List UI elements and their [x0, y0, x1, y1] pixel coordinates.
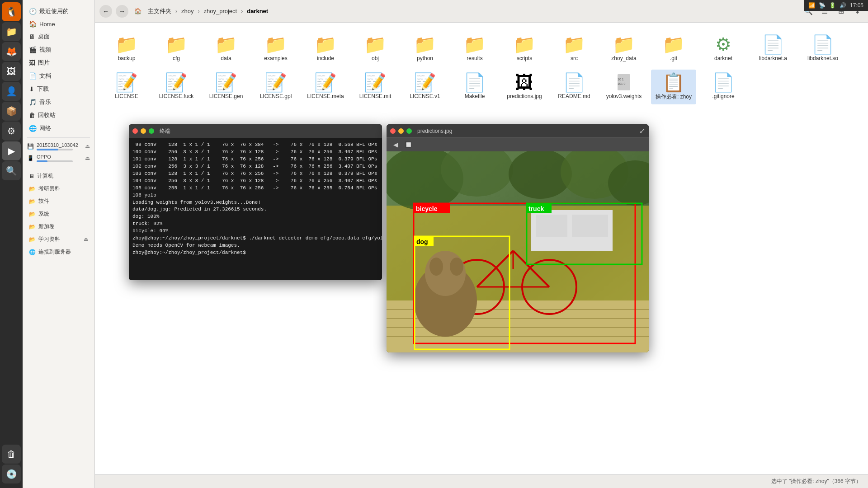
- image-body: bicycle dog truck: [387, 151, 649, 352]
- doc-icon: 📝: [314, 73, 337, 91]
- left-panel-system[interactable]: 📂系统: [24, 208, 93, 220]
- left-panel-trash[interactable]: 🗑 回收站: [24, 109, 93, 122]
- file-obj[interactable]: 📁 obj: [353, 32, 398, 65]
- sidebar-files[interactable]: 📁: [2, 22, 21, 41]
- doc-icon: 📝: [165, 73, 188, 91]
- file-makefile[interactable]: 📄 Makefile: [452, 70, 497, 104]
- breadcrumb-darknet[interactable]: darknet: [245, 6, 270, 16]
- file-license-meta[interactable]: 📝 LICENSE.meta: [303, 70, 348, 104]
- image-close-button[interactable]: [390, 128, 396, 134]
- folder-icon: 📁: [563, 35, 585, 53]
- statusbar: 选中了 "操作必看: zhoy"（366 字节）: [95, 474, 868, 488]
- terminal-min-button[interactable]: [141, 128, 146, 134]
- terminal-window: 终端 99 conv 128 1 x 1 / 1 76 x 76 x 384 -…: [129, 124, 382, 280]
- file-license-fuck[interactable]: 📝 LICENSE.fuck: [154, 70, 199, 104]
- drive-1-eject[interactable]: ⏏: [85, 143, 90, 150]
- file-zhoy-data[interactable]: 📁 zhoy_data: [601, 32, 646, 65]
- file-notes[interactable]: 📋 操作必看: zhoy: [651, 70, 696, 104]
- svg-rect-16: [536, 215, 567, 237]
- sidebar-firefox[interactable]: 🦊: [2, 42, 21, 61]
- image-title: predictions.jpg: [417, 128, 452, 134]
- image-max-button[interactable]: [406, 128, 412, 134]
- file-include[interactable]: 📁 include: [303, 32, 348, 65]
- drive-1[interactable]: 💾 20150310_103042 ⏏: [23, 141, 94, 152]
- nav-back-button[interactable]: ←: [99, 5, 112, 18]
- breadcrumb-zhoy[interactable]: zhoy: [179, 6, 196, 16]
- file-license[interactable]: 📝 LICENSE: [104, 70, 149, 104]
- sidebar-settings[interactable]: ⚙: [2, 122, 21, 141]
- file-predictions-jpg[interactable]: 🖼 predictions.jpg: [502, 70, 547, 104]
- sidebar-contacts[interactable]: 👤: [2, 82, 21, 101]
- file-examples[interactable]: 📁 examples: [253, 32, 298, 65]
- file-license-gen[interactable]: 📝 LICENSE.gen: [203, 70, 249, 104]
- left-panel-music[interactable]: 🎵 音乐: [24, 96, 93, 108]
- file-license-gpl[interactable]: 📝 LICENSE.gpl: [253, 70, 298, 104]
- file-git[interactable]: 📁 .git: [651, 32, 696, 65]
- file-libdarknet-a[interactable]: 📄 libdarknet.a: [750, 32, 796, 65]
- image-file-icon: 🖼: [515, 73, 533, 91]
- file-scripts[interactable]: 📁 scripts: [502, 32, 547, 65]
- left-panel: 🕐 最近使用的 🏠 Home 🖥 桌面 🎬 视频 🖼 图片 📄 文档 ⬇ 下载 …: [23, 0, 95, 488]
- left-panel-exam[interactable]: 📂考研资料: [24, 183, 93, 195]
- left-panel-documents[interactable]: 📄 文档: [24, 70, 93, 82]
- sidebar-terminal[interactable]: ▶: [2, 141, 21, 160]
- panel-divider-1: [27, 137, 90, 138]
- left-panel-desktop[interactable]: 🖥 桌面: [24, 30, 93, 43]
- system-tray: 📶 📡 🔋 🔊 17:05: [804, 0, 868, 11]
- file-data[interactable]: 📁 data: [203, 32, 249, 65]
- breadcrumb-home-icon[interactable]: 🏠: [132, 6, 144, 16]
- image-next-button[interactable]: 🔲: [403, 139, 414, 150]
- sidebar-ubuntu-logo[interactable]: 🐧: [2, 2, 21, 21]
- file-results[interactable]: 📁 results: [452, 32, 497, 65]
- desktop-label: 桌面: [38, 33, 50, 41]
- image-min-button[interactable]: [398, 128, 404, 134]
- file-license-v1[interactable]: 📝 LICENSE.v1: [402, 70, 448, 104]
- left-panel-study[interactable]: 📂学习资料 ⏏: [24, 233, 93, 245]
- documents-icon: 📄: [29, 72, 37, 80]
- file-python[interactable]: 📁 python: [402, 32, 448, 65]
- sidebar-trash[interactable]: 🗑: [2, 445, 21, 464]
- left-panel-software[interactable]: 📂软件: [24, 195, 93, 207]
- file-backup[interactable]: 📁 backup: [104, 32, 149, 65]
- drive-2[interactable]: 📱 OPPO ⏏: [23, 152, 94, 164]
- left-panel-computer[interactable]: 🖥计算机: [24, 170, 93, 182]
- file-license-mit[interactable]: 📝 LICENSE.mit: [353, 70, 398, 104]
- nav-forward-button[interactable]: →: [116, 5, 128, 18]
- drive-2-eject[interactable]: ⏏: [85, 155, 90, 161]
- terminal-line: 103 conv 128 1 x 1 / 1 76 x 76 x 256 -> …: [132, 170, 378, 178]
- sidebar-amazon[interactable]: 📦: [2, 102, 21, 121]
- terminal-line: Loading weights from yolov3.weights...Do…: [132, 199, 378, 206]
- left-panel-connect-server[interactable]: 🌐连接到服务器: [24, 246, 93, 258]
- left-panel-newvol[interactable]: 📂新加卷: [24, 221, 93, 233]
- video-icon: 🎬: [29, 46, 37, 53]
- file-cfg[interactable]: 📁 cfg: [154, 32, 199, 65]
- sidebar-photos[interactable]: 🖼: [2, 62, 21, 81]
- trash-icon: 🗑: [29, 112, 35, 119]
- left-panel-home[interactable]: 🏠 Home: [24, 18, 93, 30]
- terminal-line: truck: 92%: [132, 221, 378, 228]
- breadcrumb-home-label[interactable]: 主文件夹: [146, 6, 174, 17]
- file-libdarknet-so[interactable]: 📄 libdarknet.so: [800, 32, 845, 65]
- terminal-body[interactable]: 99 conv 128 1 x 1 / 1 76 x 76 x 384 -> 7…: [129, 138, 382, 280]
- sidebar-media[interactable]: 💿: [2, 465, 21, 483]
- left-panel-network[interactable]: 🌐 网络: [24, 122, 93, 135]
- breadcrumb-project[interactable]: zhoy_project: [201, 6, 239, 16]
- file-src[interactable]: 📁 src: [552, 32, 597, 65]
- terminal-max-button[interactable]: [149, 128, 154, 134]
- image-prev-button[interactable]: ◀: [390, 139, 401, 150]
- file-gitignore[interactable]: 📄 .gitignore: [701, 70, 746, 104]
- file-darknet-exec[interactable]: ⚙ darknet: [701, 32, 746, 65]
- left-panel-video[interactable]: 🎬 视频: [24, 43, 93, 56]
- left-panel-downloads[interactable]: ⬇ 下载: [24, 83, 93, 95]
- sidebar-search[interactable]: 🔍: [2, 161, 21, 180]
- left-panel-recent[interactable]: 🕐 最近使用的: [24, 5, 93, 18]
- lib-icon: 📄: [762, 35, 784, 53]
- folder-icon: 📁: [115, 35, 138, 53]
- left-panel-pictures[interactable]: 🖼 图片: [24, 56, 93, 69]
- file-weights[interactable]: 10 1 101 0 yolov3.weights: [601, 70, 646, 104]
- doc-icon: 📝: [364, 73, 387, 91]
- terminal-close-button[interactable]: [132, 128, 138, 134]
- file-readme[interactable]: 📄 README.md: [552, 70, 597, 104]
- image-fullscreen-button[interactable]: ⤢: [639, 127, 645, 135]
- battery-icon: 🔋: [829, 2, 836, 9]
